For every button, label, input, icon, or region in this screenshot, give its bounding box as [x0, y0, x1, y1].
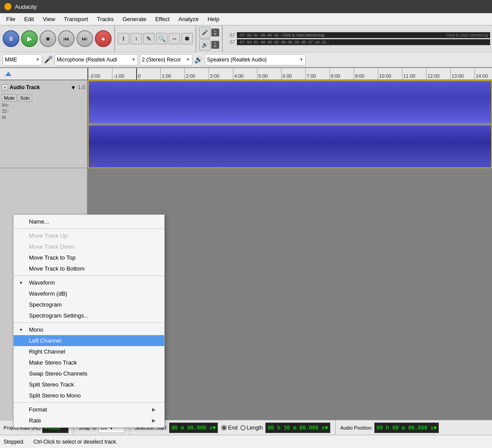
speaker-icon[interactable]: 🔊: [199, 39, 210, 51]
titlebar: Audacity: [0, 0, 492, 13]
end-radio-circle: [221, 425, 227, 430]
channels-select[interactable]: 2 (Stereo) Recor ▼: [140, 54, 192, 65]
track-m-label: M: [2, 115, 6, 120]
ctx-waveform[interactable]: • Waveform: [14, 277, 164, 288]
pause-button[interactable]: ⏸: [3, 30, 19, 47]
ctx-left-channel[interactable]: Left Channel: [14, 335, 164, 346]
ctx-make-stereo[interactable]: Make Stereo Track: [14, 357, 164, 368]
ctx-split-stereo[interactable]: Split Stereo Track: [14, 379, 164, 390]
separator-4: [14, 402, 164, 403]
format-arrow: ▶: [152, 407, 156, 412]
menu-file[interactable]: File: [2, 14, 20, 24]
menu-tracks[interactable]: Tracks: [92, 14, 118, 24]
menubar: File Edit View Transport Tracks Generate…: [0, 13, 492, 25]
context-menu: Name... Move Track Up Move Track Down Mo…: [13, 214, 165, 428]
app-title: Audacity: [15, 4, 37, 10]
lr-badge-input: LR: [211, 29, 219, 36]
separator-2: [14, 275, 164, 276]
audio-position-value[interactable]: 00 h 00 m 00.000 s▼: [374, 423, 439, 433]
track-rate-label: 32-: [2, 108, 9, 114]
timeshift-tool[interactable]: ↔: [169, 33, 180, 44]
ctx-format[interactable]: Format ▶: [14, 404, 164, 415]
toolbar-area: ⏸ ▶ ■ ⏮ ⏭ ● I ↕ ✎ 🔍 ↔ ✱ 🎤: [0, 25, 492, 68]
multi-tool[interactable]: ✱: [181, 33, 193, 44]
menu-help[interactable]: Help: [203, 14, 224, 24]
end-radio[interactable]: End: [221, 425, 237, 431]
status-hint: Ctrl-Click to select or deselect track.: [33, 439, 117, 445]
ctx-spectrogram-settings[interactable]: Spectrogram Settings...: [14, 310, 164, 321]
ctx-right-channel[interactable]: Right Channel: [14, 346, 164, 357]
waveform-bullet: •: [20, 279, 22, 287]
skip-to-start-icon[interactable]: [5, 72, 11, 76]
timeline-ruler: -2:00 -1:00 0 1:00 2:00 3:00 4:00 5:00 6…: [0, 68, 492, 80]
ctx-spectrogram[interactable]: Spectrogram: [14, 299, 164, 310]
app-icon: [4, 3, 11, 10]
track-menu-arrow[interactable]: ▼: [70, 84, 76, 91]
ctx-swap-stereo[interactable]: Swap Stereo Channels: [14, 368, 164, 379]
end-time-value[interactable]: 00 h 30 m 00.000 s▼: [265, 423, 330, 433]
zoom-tool[interactable]: 🔍: [156, 33, 167, 44]
menu-view[interactable]: View: [38, 14, 59, 24]
track-area: × Audio Track ▼ 1.0 Mute Solo Mo 32-: [0, 80, 492, 448]
solo-button[interactable]: Solo: [18, 94, 32, 101]
separator-1: [14, 228, 164, 229]
monitor-label[interactable]: Click to Start Monitoring: [446, 33, 488, 37]
divider-3: [335, 420, 336, 436]
track-value: 1.0: [78, 84, 85, 90]
envelope-tool[interactable]: ↕: [130, 33, 142, 44]
menu-edit[interactable]: Edit: [20, 14, 38, 24]
menu-effect[interactable]: Effect: [151, 14, 174, 24]
draw-tool[interactable]: ✎: [143, 33, 155, 44]
ctx-name[interactable]: Name...: [14, 216, 164, 227]
waveform-top[interactable]: [89, 81, 491, 124]
stop-button[interactable]: ■: [40, 30, 56, 47]
select-tool[interactable]: I: [118, 33, 129, 44]
rate-arrow: ▶: [152, 418, 156, 423]
play-button[interactable]: ▶: [21, 30, 38, 47]
host-select[interactable]: MME ▼: [3, 54, 42, 65]
menu-transport[interactable]: Transport: [59, 14, 92, 24]
track-close-button[interactable]: ×: [2, 84, 8, 90]
track-mono-label: Mo: [2, 102, 8, 108]
device-bar: MME ▼ 🎤 Microphone (Realtek Audi ▼ 2 (St…: [0, 52, 492, 67]
mic-icon[interactable]: 🎤: [199, 27, 210, 38]
menu-analyze[interactable]: Analyze: [174, 14, 203, 24]
status-text: Stopped.: [4, 439, 25, 445]
input-device-select[interactable]: Microphone (Realtek Audi ▼: [54, 54, 138, 65]
audio-position-label: Audio Position:: [340, 425, 373, 430]
ctx-split-stereo-mono[interactable]: Split Stereo to Mono: [14, 390, 164, 401]
mono-bullet: •: [20, 326, 22, 334]
separator-3: [14, 322, 164, 323]
mute-button[interactable]: Mute: [2, 94, 17, 101]
track-name: Audio Track: [10, 84, 69, 90]
ctx-move-bottom[interactable]: Move Track to Bottom: [14, 263, 164, 274]
skip-forward-button[interactable]: ⏭: [76, 30, 93, 47]
skip-back-button[interactable]: ⏮: [58, 30, 75, 47]
lr-badge-output: LR: [211, 41, 219, 49]
ctx-move-top[interactable]: Move Track to Top: [14, 252, 164, 263]
selection-start-value[interactable]: 00 m 00.000 s▼: [169, 423, 218, 433]
menu-generate[interactable]: Generate: [118, 14, 151, 24]
ruler-marks: -2:00 -1:00 0 1:00 2:00 3:00 4:00 5:00 6…: [88, 68, 492, 79]
length-radio[interactable]: Length: [240, 425, 263, 431]
ctx-rate[interactable]: Rate ▶: [14, 415, 164, 426]
length-radio-circle: [240, 425, 246, 430]
ctx-mono[interactable]: • Mono: [14, 324, 164, 335]
output-device-select[interactable]: Speakers (Realtek Audio) ▼: [205, 54, 306, 65]
track-header: × Audio Track ▼ 1.0 Mute Solo Mo 32-: [0, 80, 87, 168]
ctx-waveform-db[interactable]: Waveform (dB): [14, 288, 164, 299]
ctx-move-down[interactable]: Move Track Down: [14, 241, 164, 252]
speaker-device-icon: 🔊: [194, 55, 203, 64]
ctx-move-up[interactable]: Move Track Up: [14, 230, 164, 241]
microphone-icon: 🎤: [44, 55, 53, 64]
waveform-bottom[interactable]: [89, 126, 491, 167]
status-bar: Stopped. Ctrl-Click to select or deselec…: [0, 435, 492, 448]
record-button[interactable]: ●: [95, 30, 112, 47]
